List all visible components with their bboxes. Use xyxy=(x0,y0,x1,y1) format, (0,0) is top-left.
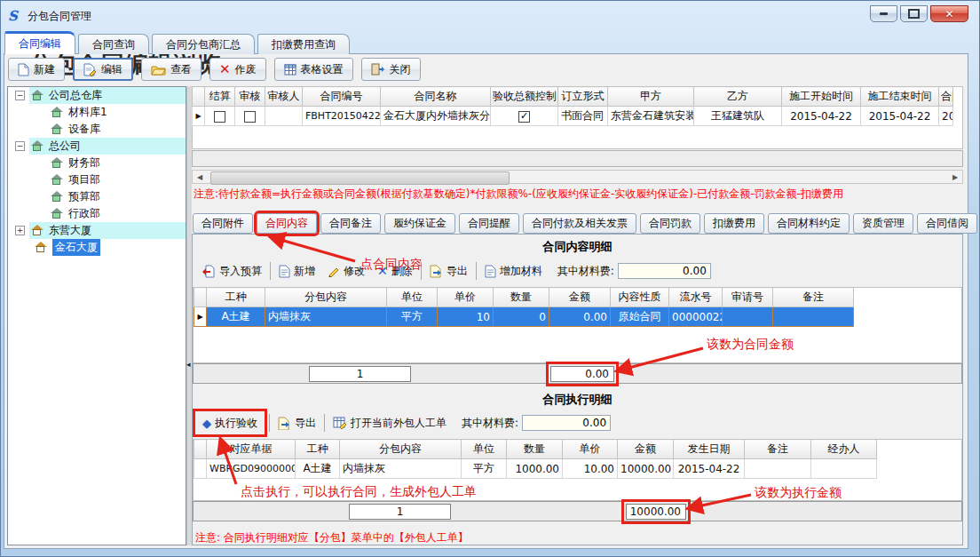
tab-contract-penalty[interactable]: 合同罚款 xyxy=(640,213,700,234)
col-contract-name[interactable]: 合同名称 xyxy=(381,87,491,107)
col-contract-cut[interactable]: 合同 xyxy=(939,87,953,107)
scroll-right-icon[interactable]: ▶ xyxy=(948,171,962,183)
view-button[interactable]: 查看 xyxy=(141,58,202,81)
tree-item-dongying-tower[interactable]: + 东营大厦 xyxy=(8,222,186,239)
col-settle[interactable]: 结算 xyxy=(205,87,235,107)
tree-item-jinshi-tower[interactable]: 金石大厦 xyxy=(8,239,186,256)
import-icon xyxy=(202,265,216,278)
col-remark[interactable]: 备注 xyxy=(745,440,811,459)
col-request-no[interactable]: 审请号 xyxy=(723,288,773,307)
col-quantity[interactable]: 数量 xyxy=(507,440,563,459)
tab-withholding-fee[interactable]: 扣缴费用 xyxy=(704,213,764,234)
party-b-cell[interactable]: 王猛建筑队 xyxy=(694,107,782,126)
void-button[interactable]: ✕ 作废 xyxy=(209,58,266,81)
execution-note: 注意: 合同执行明细对应【分包】菜单中的【外包人工单】 xyxy=(195,530,469,545)
tab-material-agreement[interactable]: 合同材料约定 xyxy=(768,213,850,234)
col-form[interactable]: 订立形式 xyxy=(558,87,608,107)
tab-contract-borrow[interactable]: 合同借阅 xyxy=(917,213,977,234)
collapse-arrow-icon[interactable]: ◂ xyxy=(186,360,191,369)
tree-item-admin-dept[interactable]: 行政部 xyxy=(8,205,186,222)
col-work-type[interactable]: 工种 xyxy=(207,288,265,307)
form-cell[interactable]: 书面合同 xyxy=(558,107,608,126)
maximize-button[interactable] xyxy=(900,5,928,22)
col-acceptance-control[interactable]: 验收总额控制 xyxy=(491,87,558,107)
scroll-left-icon[interactable]: ◀ xyxy=(193,171,207,183)
col-unit-price[interactable]: 单价 xyxy=(563,440,618,459)
content-export-button[interactable]: 导出 xyxy=(423,260,474,282)
execute-acceptance-button[interactable]: ◆ 执行验收 xyxy=(196,412,264,434)
content-row[interactable]: ▶ A土建 内墙抹灰 平方 10 0 0.00 原始合同 00000022 xyxy=(194,307,854,327)
execution-material-fee-input[interactable] xyxy=(522,415,611,431)
tab-contract-content[interactable]: 合同内容 xyxy=(257,213,317,234)
col-start-date[interactable]: 施工开始时间 xyxy=(782,87,861,107)
col-sub-content[interactable]: 分包内容 xyxy=(265,288,387,307)
tree-item-finance-dept[interactable]: 财务部 xyxy=(8,155,186,171)
collapse-expander-icon[interactable]: − xyxy=(15,141,25,151)
close-window-button[interactable]: 关闭 xyxy=(361,58,421,81)
collapse-expander-icon[interactable]: − xyxy=(15,91,25,100)
tab-qualification[interactable]: 资质管理 xyxy=(853,213,913,234)
table-settings-button[interactable]: 表格设置 xyxy=(274,58,353,81)
tab-subcontractor-summary[interactable]: 合同分包商汇总 xyxy=(152,34,255,54)
add-button[interactable]: 新增 xyxy=(273,260,321,282)
tab-performance-bond[interactable]: 履约保证金 xyxy=(384,213,455,234)
acceptance-checkbox[interactable]: ✓ xyxy=(518,111,530,123)
col-serial-no[interactable]: 流水号 xyxy=(669,288,723,307)
col-audit[interactable]: 审核 xyxy=(235,87,265,107)
tab-payment-invoice[interactable]: 合同付款及相关发票 xyxy=(523,213,636,234)
title-bar[interactable]: S 分包合同管理 ✕ xyxy=(1,1,979,30)
horizontal-scrollbar[interactable]: ◀ ▶ xyxy=(192,170,963,184)
import-budget-button[interactable]: 导入预算 xyxy=(196,260,268,282)
execution-export-button[interactable]: 导出 xyxy=(272,412,322,434)
settle-checkbox[interactable] xyxy=(214,111,225,123)
col-unit-price[interactable]: 单价 xyxy=(438,288,494,307)
col-party-a[interactable]: 甲方 xyxy=(608,87,694,107)
contract-row[interactable]: ▶ FBHT2015042201 金石大厦内外墙抹灰分 ✓ 书面合同 东营金石建… xyxy=(193,107,953,126)
party-a-cell[interactable]: 东营金石建筑安装 xyxy=(608,107,694,126)
edit-button[interactable]: 编辑 xyxy=(73,58,133,81)
tab-contract-edit[interactable]: 合同编辑 xyxy=(4,31,75,54)
audit-checkbox[interactable] xyxy=(244,111,256,123)
material-fee-input[interactable] xyxy=(618,263,711,279)
col-party-b[interactable]: 乙方 xyxy=(694,87,782,107)
col-unit[interactable]: 单位 xyxy=(462,440,507,459)
tree-item-head-office[interactable]: − 总公司 xyxy=(8,138,186,155)
col-operator[interactable]: 经办人 xyxy=(811,440,877,459)
tab-contract-query[interactable]: 合同查询 xyxy=(78,34,149,54)
tab-contract-remark[interactable]: 合同备注 xyxy=(320,213,381,234)
tab-contract-reminder[interactable]: 合同提醒 xyxy=(459,213,519,234)
col-contract-no[interactable]: 合同编号 xyxy=(303,87,381,107)
close-button[interactable]: ✕ xyxy=(930,5,968,22)
col-quantity[interactable]: 数量 xyxy=(494,288,549,307)
col-occur-date[interactable]: 发生日期 xyxy=(674,440,745,459)
col-auditor[interactable]: 审核人 xyxy=(265,87,303,107)
tab-contract-attachment[interactable]: 合同附件 xyxy=(193,213,253,234)
add-material-button[interactable]: 增加材料 xyxy=(478,260,549,282)
tree-item-budget-dept[interactable]: 预算部 xyxy=(8,188,186,205)
col-amount[interactable]: 金额 xyxy=(549,288,611,307)
col-unit[interactable]: 单位 xyxy=(387,288,438,307)
col-sub-content[interactable]: 分包内容 xyxy=(340,440,462,459)
start-date-cell[interactable]: 2015-04-22 xyxy=(782,107,861,126)
expand-expander-icon[interactable]: + xyxy=(15,226,25,235)
annotation-tab-note: 点合同内容 xyxy=(360,257,423,273)
col-remark[interactable]: 备注 xyxy=(773,288,854,307)
open-labor-ticket-button[interactable]: 打开当前外包人工单 xyxy=(327,412,453,434)
contract-name-cell[interactable]: 金石大厦内外墙抹灰分 xyxy=(381,107,491,126)
execution-row[interactable]: WBRGD090000008 A土建 内墙抹灰 平方 1000.00 10.00… xyxy=(194,459,877,479)
tree-item-material-store[interactable]: 材料库1 xyxy=(8,104,186,121)
col-work-type[interactable]: 工种 xyxy=(296,440,340,459)
tree-item-project-dept[interactable]: 项目部 xyxy=(8,171,186,188)
col-end-date[interactable]: 施工结束时间 xyxy=(861,87,939,107)
tree-item-equipment-store[interactable]: 设备库 xyxy=(8,121,186,138)
minimize-button[interactable] xyxy=(870,5,897,22)
end-date-cell[interactable]: 2015-04-22 xyxy=(861,107,939,126)
scrollbar-thumb[interactable] xyxy=(210,171,510,185)
new-button[interactable]: 新建 xyxy=(8,58,65,81)
tab-withholding-query[interactable]: 扣缴费用查询 xyxy=(257,34,350,54)
col-source-doc[interactable]: 对应单据 xyxy=(207,440,296,459)
tree-item-company-warehouse[interactable]: − 公司总仓库 xyxy=(8,87,186,104)
contract-no-cell[interactable]: FBHT2015042201 xyxy=(303,107,381,126)
col-content-nature[interactable]: 内容性质 xyxy=(611,288,669,307)
col-amount[interactable]: 金额 xyxy=(618,440,674,459)
